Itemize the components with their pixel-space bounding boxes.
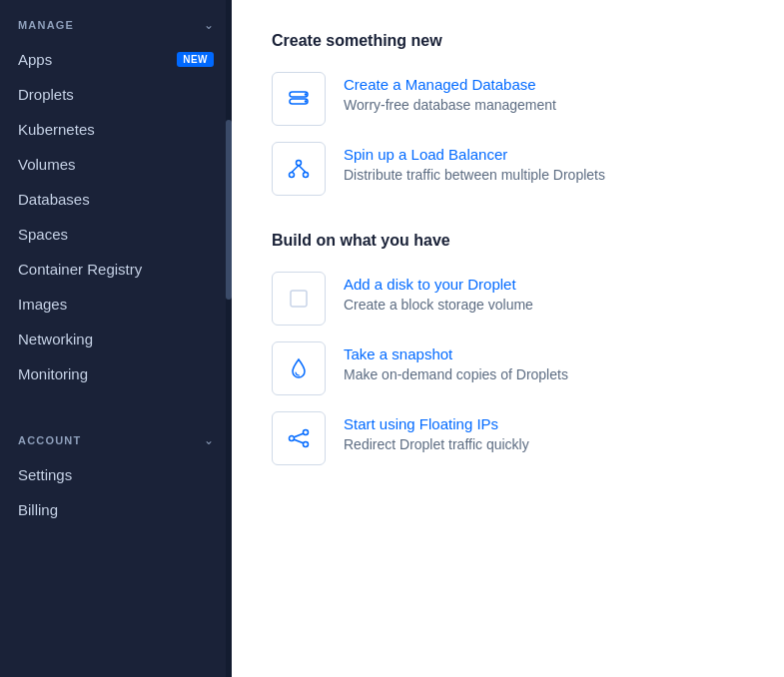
svg-line-7 — [292, 166, 299, 173]
managed-database-desc: Worry-free database management — [344, 97, 556, 113]
create-card-list: Create a Managed Database Worry-free dat… — [272, 72, 744, 196]
managed-database-link[interactable]: Create a Managed Database — [344, 76, 556, 93]
scrollbar-track[interactable] — [226, 0, 232, 677]
card-add-disk: Add a disk to your Droplet Create a bloc… — [272, 272, 744, 326]
add-disk-icon-box — [272, 272, 326, 326]
load-balancer-text: Spin up a Load Balancer Distribute traff… — [344, 142, 605, 183]
card-floating-ip: Start using Floating IPs Redirect Drople… — [272, 411, 744, 465]
snapshot-desc: Make on-demand copies of Droplets — [344, 366, 568, 382]
svg-point-10 — [290, 436, 295, 441]
add-disk-desc: Create a block storage volume — [344, 297, 533, 313]
floating-ip-icon — [285, 424, 313, 452]
load-balancer-icon-box — [272, 142, 326, 196]
manage-section-title: MANAGE — [18, 19, 74, 31]
sidebar-item-billing[interactable]: Billing — [0, 492, 232, 527]
svg-point-4 — [297, 161, 302, 166]
account-chevron-icon: ⌄ — [204, 433, 214, 447]
sidebar-item-container-registry[interactable]: Container Registry — [0, 252, 232, 287]
sidebar-item-apps[interactable]: Apps NEW — [0, 42, 232, 77]
snapshot-text: Take a snapshot Make on-demand copies of… — [344, 341, 568, 382]
build-section-heading: Build on what you have — [272, 232, 744, 250]
create-section-heading: Create something new — [272, 32, 744, 50]
manage-section-header: MANAGE ⌄ — [0, 18, 232, 42]
floating-ip-desc: Redirect Droplet traffic quickly — [344, 436, 529, 452]
managed-database-icon-box — [272, 72, 326, 126]
build-card-list: Add a disk to your Droplet Create a bloc… — [272, 272, 744, 465]
sidebar: MANAGE ⌄ Apps NEW Droplets Kubernetes Vo… — [0, 0, 232, 677]
sidebar-item-spaces[interactable]: Spaces — [0, 217, 232, 252]
card-snapshot: Take a snapshot Make on-demand copies of… — [272, 341, 744, 395]
sidebar-item-label: Kubernetes — [18, 121, 214, 138]
load-balancer-desc: Distribute traffic between multiple Drop… — [344, 167, 605, 183]
floating-ip-text: Start using Floating IPs Redirect Drople… — [344, 411, 529, 452]
svg-point-2 — [305, 93, 307, 95]
sidebar-item-label: Networking — [18, 331, 214, 347]
sidebar-item-monitoring[interactable]: Monitoring — [0, 356, 232, 391]
floating-ip-link[interactable]: Start using Floating IPs — [344, 415, 529, 432]
svg-line-13 — [295, 433, 304, 437]
manage-section: MANAGE ⌄ Apps NEW Droplets Kubernetes Vo… — [0, 0, 232, 399]
svg-rect-9 — [291, 291, 307, 307]
svg-point-12 — [304, 442, 309, 447]
manage-chevron-icon: ⌄ — [204, 18, 214, 32]
managed-database-text: Create a Managed Database Worry-free dat… — [344, 72, 556, 113]
disk-icon — [285, 285, 313, 313]
sidebar-item-kubernetes[interactable]: Kubernetes — [0, 112, 232, 147]
svg-point-3 — [305, 100, 307, 102]
sidebar-item-label: Databases — [18, 191, 214, 208]
sidebar-item-label: Volumes — [18, 156, 214, 173]
sidebar-item-volumes[interactable]: Volumes — [0, 147, 232, 182]
floating-ip-icon-box — [272, 411, 326, 465]
add-disk-link[interactable]: Add a disk to your Droplet — [344, 276, 533, 293]
load-balancer-icon — [285, 155, 313, 183]
sidebar-item-label: Images — [18, 296, 214, 313]
svg-point-11 — [304, 430, 309, 435]
svg-line-8 — [299, 166, 306, 173]
sidebar-item-droplets[interactable]: Droplets — [0, 77, 232, 112]
database-icon — [285, 85, 313, 113]
sidebar-item-label: Spaces — [18, 226, 214, 243]
sidebar-item-settings[interactable]: Settings — [0, 457, 232, 492]
sidebar-item-label: Settings — [18, 466, 214, 483]
sidebar-item-label: Droplets — [18, 86, 214, 103]
svg-point-5 — [290, 173, 295, 178]
account-section: ACCOUNT ⌄ Settings Billing — [0, 415, 232, 535]
sidebar-item-images[interactable]: Images — [0, 287, 232, 322]
sidebar-item-label: Apps — [18, 51, 169, 68]
load-balancer-link[interactable]: Spin up a Load Balancer — [344, 146, 605, 163]
scrollbar-thumb — [226, 120, 232, 300]
card-managed-database: Create a Managed Database Worry-free dat… — [272, 72, 744, 126]
add-disk-text: Add a disk to your Droplet Create a bloc… — [344, 272, 533, 313]
sidebar-item-databases[interactable]: Databases — [0, 182, 232, 217]
account-section-header: ACCOUNT ⌄ — [0, 433, 232, 457]
snapshot-icon — [285, 354, 313, 382]
account-section-title: ACCOUNT — [18, 434, 81, 446]
sidebar-item-networking[interactable]: Networking — [0, 322, 232, 356]
new-badge: NEW — [177, 52, 214, 67]
snapshot-icon-box — [272, 341, 326, 395]
svg-line-14 — [295, 439, 304, 443]
sidebar-item-label: Billing — [18, 501, 214, 518]
snapshot-link[interactable]: Take a snapshot — [344, 345, 568, 362]
sidebar-item-label: Monitoring — [18, 365, 214, 382]
main-content: Create something new Create a Managed Da… — [232, 0, 784, 677]
svg-point-6 — [304, 173, 309, 178]
card-load-balancer: Spin up a Load Balancer Distribute traff… — [272, 142, 744, 196]
sidebar-item-label: Container Registry — [18, 261, 214, 278]
